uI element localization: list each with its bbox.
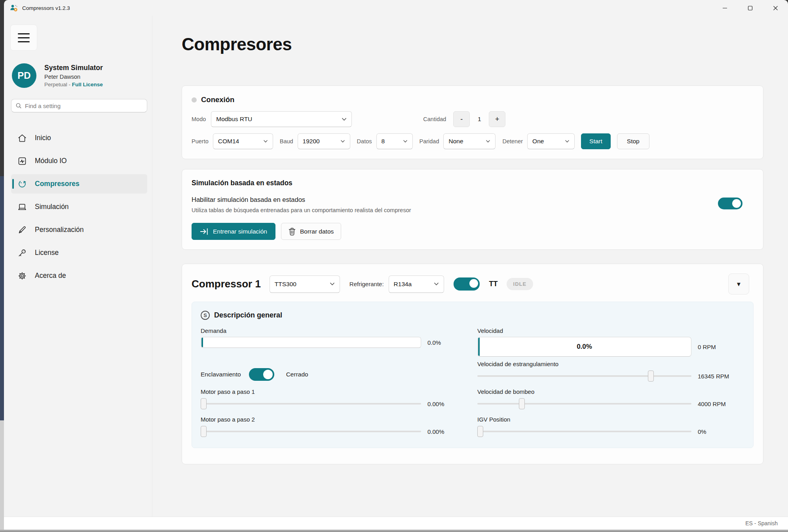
user-profile: PD System Simulator Peter Dawson Perpetu… bbox=[12, 63, 152, 88]
profile-name: Peter Dawson bbox=[44, 74, 103, 80]
collapse-button[interactable]: ▼ bbox=[728, 274, 749, 294]
model-dropdown[interactable]: TTS300 bbox=[270, 276, 340, 293]
sidebar-item-license[interactable]: License bbox=[11, 243, 147, 262]
arrow-to-bar-icon bbox=[200, 228, 209, 236]
slider-thumb[interactable] bbox=[477, 426, 483, 437]
compressor-icon bbox=[17, 179, 27, 189]
overview-left-column: Demanda 0.0% Enclavamiento bbox=[201, 327, 455, 441]
state-sim-toggle[interactable] bbox=[718, 198, 742, 209]
speed-progressbar: 0.0% bbox=[477, 337, 691, 357]
maximize-button[interactable] bbox=[737, 0, 763, 16]
sidebar-item-modulo-io[interactable]: Módulo IO bbox=[11, 151, 147, 171]
datos-dropdown[interactable]: 8 bbox=[376, 133, 413, 149]
triangle-down-icon: ▼ bbox=[736, 281, 742, 287]
slider-thumb[interactable] bbox=[519, 398, 525, 409]
interlock-label: Enclavamiento bbox=[201, 371, 241, 378]
window-title: Compressors v1.2.3 bbox=[22, 5, 70, 11]
app-icon bbox=[9, 4, 18, 12]
baud-dropdown[interactable]: 19200 bbox=[298, 133, 350, 149]
language-indicator[interactable]: ES - Spanish bbox=[745, 520, 778, 526]
chevron-down-icon bbox=[330, 282, 335, 286]
detener-label: Detener bbox=[502, 138, 523, 144]
sidebar-item-compresores[interactable]: Compresores bbox=[11, 174, 147, 194]
refrigerant-dropdown[interactable]: R134a bbox=[389, 276, 444, 293]
choke-speed-slider[interactable] bbox=[477, 370, 691, 382]
stepper1-label: Motor paso a paso 1 bbox=[201, 388, 455, 395]
surge-speed-value: 4000 RPM bbox=[698, 401, 744, 407]
search-icon bbox=[15, 103, 22, 109]
status-bar: ES - Spanish bbox=[4, 517, 788, 530]
speed-value: 0 RPM bbox=[698, 344, 744, 350]
sidebar-item-acerca-de[interactable]: Acerca de bbox=[11, 266, 147, 285]
mode-label: Modo bbox=[192, 116, 206, 122]
demand-label: Demanda bbox=[201, 327, 455, 334]
sidebar-item-simulacion[interactable]: Simulación bbox=[11, 197, 147, 217]
mode-dropdown[interactable]: Modbus RTU bbox=[211, 111, 352, 127]
state-sim-title: Simulación basada en estados bbox=[192, 179, 754, 187]
close-button[interactable] bbox=[763, 0, 788, 16]
stepper2-value: 0.00% bbox=[427, 428, 455, 435]
surge-speed-label: Velocidad de bombeo bbox=[477, 388, 744, 395]
chevron-down-icon bbox=[434, 282, 439, 286]
key-icon bbox=[17, 248, 27, 258]
stepper2-label: Motor paso a paso 2 bbox=[201, 416, 455, 423]
igv-position-slider[interactable] bbox=[477, 426, 691, 437]
compressor-power-toggle[interactable] bbox=[454, 277, 480, 291]
stepper1-slider[interactable] bbox=[201, 398, 421, 410]
puerto-label: Puerto bbox=[192, 138, 209, 144]
slider-thumb[interactable] bbox=[201, 426, 207, 437]
start-button[interactable]: Start bbox=[581, 133, 611, 149]
io-module-icon bbox=[17, 156, 27, 166]
status-badge: IDLE bbox=[507, 278, 534, 290]
sidebar: PD System Simulator Peter Dawson Perpetu… bbox=[4, 16, 152, 517]
avatar: PD bbox=[12, 63, 36, 88]
chevron-down-icon bbox=[403, 140, 408, 143]
license-highlight: Full License bbox=[72, 82, 103, 87]
train-simulation-button[interactable]: Entrenar simulación bbox=[192, 223, 275, 240]
settings-search[interactable] bbox=[11, 99, 147, 112]
stop-button[interactable]: Stop bbox=[617, 133, 649, 149]
slider-thumb[interactable] bbox=[201, 398, 207, 409]
profile-title: System Simulator bbox=[44, 64, 103, 72]
baud-label: Baud bbox=[280, 138, 293, 144]
cantidad-value: 1 bbox=[470, 116, 489, 123]
puerto-dropdown[interactable]: COM14 bbox=[213, 133, 273, 149]
app-window: Compressors v1.2.3 PD System Simulator bbox=[4, 0, 788, 530]
sidebar-item-personalizacion[interactable]: Personalización bbox=[11, 220, 147, 239]
slider-thumb[interactable] bbox=[648, 370, 654, 382]
profile-license: Perpetual - Full License bbox=[44, 82, 103, 87]
cantidad-plus-button[interactable]: + bbox=[489, 111, 505, 127]
desktop-edge-strip bbox=[0, 0, 4, 532]
chevron-down-icon bbox=[340, 140, 345, 143]
igv-position-label: IGV Position bbox=[477, 416, 744, 423]
clear-data-button[interactable]: Borrar datos bbox=[281, 223, 341, 240]
state-sim-toggle-label: Habilitar simulación basada en estados bbox=[192, 196, 411, 203]
cantidad-minus-button[interactable]: - bbox=[453, 111, 470, 127]
gear-icon bbox=[17, 271, 27, 281]
connection-card: Conexión Modo Modbus RTU Cantidad - 1 + … bbox=[182, 86, 763, 159]
title-bar: Compressors v1.2.3 bbox=[4, 0, 788, 16]
surge-speed-slider[interactable] bbox=[477, 398, 691, 410]
paridad-dropdown[interactable]: None bbox=[443, 133, 496, 149]
choke-speed-label: Velocidad de estrangulamiento bbox=[477, 361, 744, 367]
compressor-card: Compressor 1 TTS300 Refrigerante: R134a … bbox=[182, 264, 763, 464]
state-sim-description: Utiliza tablas de búsqueda entrenadas pa… bbox=[192, 207, 411, 213]
chevron-down-icon bbox=[486, 140, 490, 143]
datos-label: Datos bbox=[357, 138, 372, 144]
speed-label: Velocidad bbox=[477, 327, 744, 334]
page-title: Compresores bbox=[182, 33, 788, 55]
connection-title: Conexión bbox=[201, 95, 234, 104]
chevron-down-icon bbox=[263, 140, 268, 143]
home-icon bbox=[17, 133, 27, 143]
igv-position-value: 0% bbox=[698, 428, 744, 435]
paridad-label: Paridad bbox=[420, 138, 439, 144]
hamburger-menu-button[interactable] bbox=[10, 25, 37, 51]
stepper2-slider[interactable] bbox=[201, 426, 421, 437]
detener-dropdown[interactable]: One bbox=[527, 133, 575, 149]
sidebar-item-inicio[interactable]: Inicio bbox=[11, 128, 147, 148]
search-input[interactable] bbox=[25, 103, 143, 109]
chevron-down-icon bbox=[565, 140, 570, 143]
minimize-button[interactable] bbox=[712, 0, 737, 16]
stepper1-value: 0.00% bbox=[427, 401, 455, 407]
interlock-toggle[interactable] bbox=[249, 368, 274, 381]
